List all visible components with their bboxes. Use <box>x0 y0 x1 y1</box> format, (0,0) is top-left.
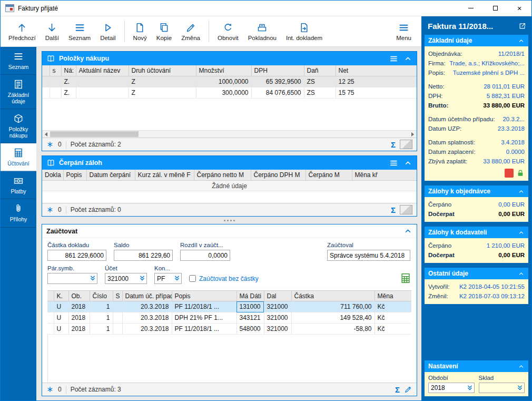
col-netto[interactable]: Net <box>336 65 417 76</box>
close-button[interactable]: × <box>507 1 531 16</box>
col-tax[interactable]: Daň <box>304 65 336 76</box>
internal-document-button[interactable]: Int. dokladem <box>281 17 327 45</box>
collapse-chevron-icon[interactable] <box>518 270 525 277</box>
previous-button[interactable]: Předchozí <box>4 17 41 45</box>
collapse-chevron-icon[interactable] <box>518 229 525 236</box>
scrollbar-thumb[interactable] <box>50 131 139 137</box>
sidebar-item-polozky-nakupu[interactable]: Položky nákupu <box>1 109 36 143</box>
posted-by-field: Zaúčtoval <box>327 242 410 261</box>
col-na[interactable]: Ná: <box>61 65 76 76</box>
collapse-chevron-icon[interactable] <box>518 188 525 195</box>
col-ob[interactable]: Ob. <box>68 291 90 301</box>
collapse-chevron-icon[interactable] <box>518 363 525 370</box>
col-s[interactable]: S <box>113 291 122 301</box>
panel-splitter[interactable] <box>42 217 417 224</box>
maximize-button[interactable] <box>483 1 507 16</box>
table-row[interactable]: U 2018 1 20.3.2018 PF 11/2018/1 ... 5480… <box>47 324 411 335</box>
pay-by-cash-button[interactable]: Pokladnou <box>243 17 281 45</box>
table-row[interactable]: U 2018 1 20.3.2018 DPH 21% PF 1... 34312… <box>47 312 411 324</box>
minimize-button[interactable] <box>459 1 483 16</box>
netto-value: 28 011,01 EUR <box>484 82 525 91</box>
dropdown-chevrons-icon[interactable] <box>89 275 96 282</box>
collapse-chevron-icon[interactable] <box>518 37 525 44</box>
post-without-amount-checkbox[interactable] <box>189 275 196 282</box>
menu-button[interactable]: Menu <box>391 17 416 45</box>
sidebar-item-seznam[interactable]: Seznam <box>1 47 36 75</box>
sidebar-item-platby[interactable]: Platby <box>1 171 36 199</box>
collapse-chevron-icon[interactable] <box>403 227 412 236</box>
col-type[interactable]: Druh účtování <box>129 65 196 76</box>
filter-flake-icon[interactable] <box>46 206 54 213</box>
col-s[interactable]: s <box>50 65 61 76</box>
col-indicator[interactable] <box>47 291 54 301</box>
col-name[interactable]: Aktuální název <box>76 65 129 76</box>
collapse-chevron-icon[interactable] <box>403 159 412 168</box>
sum-button[interactable]: Σ <box>391 141 396 149</box>
dropdown-chevrons-icon[interactable] <box>466 384 474 392</box>
col-date[interactable]: Datum čerpání <box>86 170 135 180</box>
col-md[interactable]: Má Dáti <box>237 291 264 301</box>
sum-button[interactable]: Σ <box>395 386 400 394</box>
scrollbar-track[interactable] <box>50 131 409 138</box>
scroll-left-button[interactable] <box>42 131 50 138</box>
new-button[interactable]: Nový <box>129 17 152 45</box>
table-row[interactable]: U 2018 1 20.3.2018 PF 11/2018/1 ... 1310… <box>47 301 411 312</box>
col-dal[interactable]: Dal <box>264 291 291 301</box>
next-button[interactable]: Další <box>41 17 64 45</box>
other-info-header[interactable]: Ostatní údaje <box>425 268 528 279</box>
col-currency[interactable]: Měna kř <box>352 170 417 180</box>
col-indicator[interactable] <box>42 65 50 76</box>
filter-flake-icon[interactable] <box>46 386 54 393</box>
correction-button[interactable] <box>400 140 412 149</box>
external-link-icon[interactable] <box>518 22 526 30</box>
col-rate[interactable]: Kurz zál. v měně F <box>135 170 194 180</box>
basic-info-header[interactable]: Základní údaje <box>425 35 528 46</box>
panel-menu-icon[interactable] <box>389 54 398 63</box>
posted-by-input[interactable] <box>327 250 410 261</box>
col-currency[interactable]: Měna <box>375 291 411 301</box>
scroll-right-button[interactable] <box>409 131 417 138</box>
remaining-draw-value: 0,00 EUR <box>498 250 525 260</box>
dropdown-chevrons-icon[interactable] <box>173 275 181 282</box>
col-vat[interactable]: Čerpáno DPH M <box>251 170 306 180</box>
dropdown-chevrons-icon[interactable] <box>516 384 524 392</box>
sidebar-item-prilohy[interactable]: Přílohy <box>1 199 36 227</box>
correction-button[interactable] <box>400 205 412 214</box>
sidebar-item-zakladni-udaje[interactable]: Základní údaje <box>1 75 36 109</box>
sum-button[interactable]: Σ <box>391 206 396 214</box>
order-advances-header[interactable]: Zálohy k objednávce <box>425 185 528 197</box>
detail-button[interactable]: Detail <box>95 17 120 45</box>
filter-flake-icon[interactable] <box>46 141 54 148</box>
panel-menu-icon[interactable] <box>389 159 398 168</box>
col-desc[interactable]: Popis <box>172 291 237 301</box>
dropdown-chevrons-icon[interactable] <box>139 275 146 282</box>
focused-cell[interactable]: 131000 <box>237 301 264 312</box>
col-amount[interactable]: Částka <box>291 291 375 301</box>
table-row[interactable]: Z. Z 1000,0000 65 392,9500 ZS 12 25 <box>42 76 417 87</box>
saldo-input[interactable] <box>114 250 173 261</box>
calculator-button[interactable] <box>400 272 411 284</box>
col-date[interactable]: Datum úč. případu <box>122 291 172 301</box>
refresh-button[interactable]: Obnovit <box>213 17 243 45</box>
difference-input[interactable] <box>180 250 230 261</box>
col-vat[interactable]: DPH <box>251 65 304 76</box>
collapse-chevron-icon[interactable] <box>403 54 412 63</box>
edit-button[interactable]: Změna <box>176 17 205 45</box>
col-k[interactable]: K. <box>54 291 68 301</box>
post-without-amount-checkbox-wrap: Zaúčtovat bez částky <box>189 273 259 284</box>
col-num[interactable]: Číslo <box>90 291 113 301</box>
col-netto[interactable]: Čerpáno netto M <box>194 170 251 180</box>
edit-pencil-icon[interactable] <box>404 385 412 394</box>
amount-input[interactable] <box>47 250 106 261</box>
col-qty[interactable]: Množství <box>196 65 251 76</box>
sidebar-item-uctovani[interactable]: Účtování <box>1 143 36 171</box>
col-total[interactable]: Čerpáno M <box>306 170 352 180</box>
col-desc[interactable]: Popis <box>63 170 86 180</box>
horizontal-scrollbar[interactable] <box>42 130 417 138</box>
table-row[interactable]: Z. Z 300,0000 84 076,6500 ZS 15 75 <box>42 87 417 98</box>
settings-header[interactable]: Nastavení <box>425 360 528 372</box>
col-doc[interactable]: Dokla <box>42 170 63 180</box>
list-button[interactable]: Seznam <box>64 17 95 45</box>
copy-button[interactable]: Kopie <box>152 17 176 45</box>
supplier-advances-header[interactable]: Zálohy k dodavateli <box>425 227 528 238</box>
